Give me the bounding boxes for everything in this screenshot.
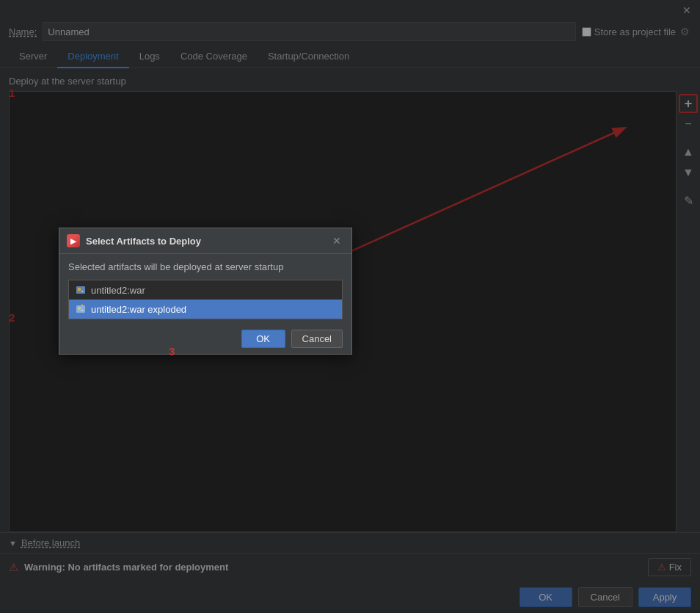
- dialog-ok-button[interactable]: OK: [241, 330, 285, 348]
- svg-marker-8: [81, 304, 84, 306]
- dialog-footer: OK Cancel: [59, 324, 351, 354]
- dialog-title-bar: ▶ Select Artifacts to Deploy ✕: [59, 228, 351, 254]
- modal-overlay: ▶ Select Artifacts to Deploy ✕ Selected …: [0, 0, 700, 613]
- dialog-close-button[interactable]: ✕: [329, 235, 344, 247]
- artifact-item-war-exploded[interactable]: w untitled2:war exploded: [69, 300, 342, 319]
- artifact-war-label: untitled2:war: [91, 285, 145, 296]
- dialog-cancel-button[interactable]: Cancel: [291, 330, 343, 348]
- artifact-war-exploded-icon: w: [75, 303, 87, 315]
- step-3-badge: 3: [169, 345, 175, 358]
- dialog-body: Selected artifacts will be deployed at s…: [59, 254, 351, 324]
- dialog-app-icon: ▶: [67, 234, 80, 247]
- dialog-title: Select Artifacts to Deploy: [86, 236, 324, 247]
- dialog-icon-label: ▶: [70, 237, 76, 245]
- artifact-list: w untitled2:war w: [68, 280, 343, 319]
- svg-rect-6: [78, 307, 81, 310]
- artifact-war-exploded-label: untitled2:war exploded: [91, 304, 186, 315]
- main-window: ✕ Name: Store as project file ⚙ Server D…: [0, 0, 700, 613]
- select-artifacts-dialog: ▶ Select Artifacts to Deploy ✕ Selected …: [59, 228, 352, 355]
- artifact-item-war[interactable]: w untitled2:war: [69, 280, 342, 300]
- dialog-description: Selected artifacts will be deployed at s…: [68, 261, 343, 272]
- svg-rect-3: [78, 288, 81, 291]
- artifact-war-icon: w: [75, 284, 87, 296]
